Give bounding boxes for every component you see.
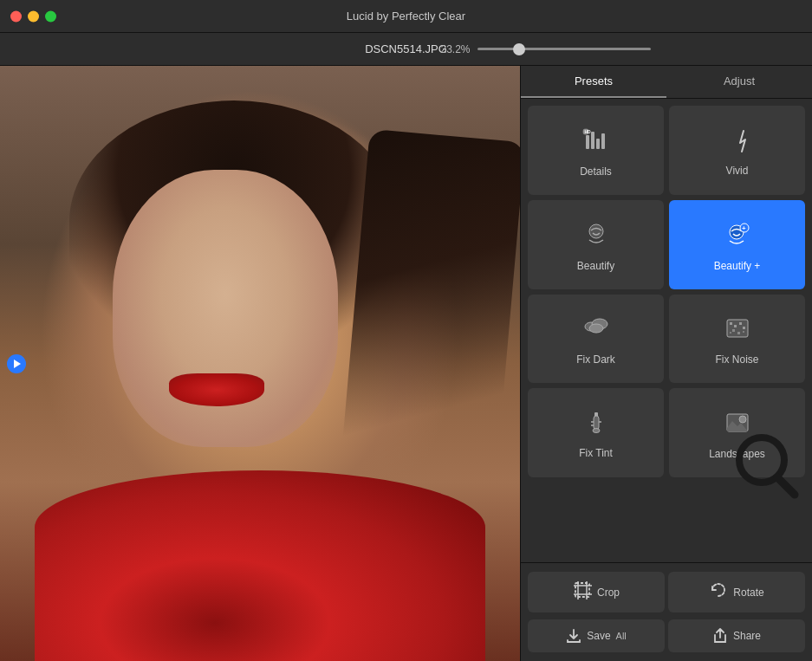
preset-beautify[interactable]: Beautify	[528, 200, 664, 289]
preset-fix-dark[interactable]: Fix Dark	[528, 295, 664, 384]
fix-noise-icon	[724, 314, 751, 347]
details-icon: HD	[582, 126, 610, 159]
fix-tint-icon	[583, 410, 609, 440]
hair-right	[341, 129, 520, 470]
details-label: Details	[580, 165, 612, 178]
svg-point-29	[739, 416, 746, 423]
preset-fix-noise[interactable]: Fix Noise	[669, 295, 805, 384]
fix-dark-icon	[582, 314, 610, 347]
share-button[interactable]: Share	[668, 619, 805, 652]
fix-noise-label: Fix Noise	[715, 353, 758, 366]
svg-rect-16	[739, 322, 742, 325]
main-layout: Presets Adjust HD	[0, 66, 812, 661]
traffic-lights	[10, 10, 56, 22]
photo-canvas	[0, 66, 520, 661]
beautify-plus-label: Beautify +	[714, 260, 761, 272]
zoom-percent: 23.2%	[441, 43, 471, 55]
tab-adjust[interactable]: Adjust	[666, 66, 812, 98]
zoom-slider[interactable]	[477, 48, 651, 50]
svg-rect-20	[730, 332, 731, 334]
maximize-button[interactable]	[45, 10, 56, 22]
save-label: Save	[587, 630, 610, 642]
app-title: Lucid by Perfectly Clear	[347, 10, 465, 23]
save-button[interactable]: Save All	[528, 619, 665, 652]
preset-beautify-plus[interactable]: + Beautify +	[669, 200, 805, 289]
landscapes-label: Landscapes	[709, 448, 765, 460]
title-bar: Lucid by Perfectly Clear	[0, 0, 812, 33]
svg-rect-14	[730, 322, 732, 325]
rotate-label: Rotate	[733, 586, 763, 599]
dress	[35, 470, 485, 661]
rotate-icon	[709, 580, 728, 604]
landscapes-icon	[724, 409, 751, 441]
tabs-container: Presets Adjust	[521, 66, 812, 99]
svg-rect-21	[743, 331, 744, 333]
fix-dark-label: Fix Dark	[576, 353, 615, 366]
svg-text:+: +	[742, 224, 746, 232]
crop-icon	[573, 580, 592, 604]
toolbar-row-1: Crop Rotate	[528, 572, 805, 612]
image-area	[0, 66, 520, 661]
zoom-control: 23.2%	[406, 43, 813, 55]
lips	[169, 373, 264, 406]
right-panel: Presets Adjust HD	[520, 66, 812, 661]
minimize-button[interactable]	[28, 10, 39, 22]
vivid-icon	[724, 127, 750, 158]
beautify-icon	[582, 221, 610, 253]
close-button[interactable]	[10, 10, 22, 22]
share-label: Share	[733, 630, 761, 642]
play-button[interactable]	[7, 354, 26, 373]
magnifier-area	[521, 484, 812, 562]
svg-text:HD: HD	[584, 128, 591, 133]
bottom-toolbar: Crop Rotate	[521, 562, 812, 661]
vivid-label: Vivid	[726, 165, 749, 177]
tab-presets[interactable]: Presets	[521, 66, 666, 98]
svg-point-6	[589, 224, 603, 238]
preset-vivid[interactable]: Vivid	[669, 106, 805, 195]
svg-rect-2	[596, 139, 600, 149]
svg-rect-1	[591, 132, 594, 149]
preset-landscapes[interactable]: Landscapes	[669, 388, 805, 477]
crop-label: Crop	[597, 586, 620, 599]
svg-rect-18	[732, 329, 735, 332]
svg-rect-15	[734, 325, 737, 327]
svg-rect-0	[586, 135, 589, 149]
crop-button[interactable]: Crop	[528, 572, 665, 612]
fix-tint-label: Fix Tint	[579, 447, 613, 459]
presets-grid: HD Details Vivid	[521, 99, 812, 484]
preset-details[interactable]: HD Details	[528, 106, 664, 195]
beautify-label: Beautify	[577, 260, 614, 272]
svg-point-27	[593, 429, 600, 433]
preset-fix-tint[interactable]: Fix Tint	[528, 388, 664, 477]
svg-rect-23	[594, 416, 599, 430]
svg-rect-17	[743, 327, 745, 329]
svg-point-12	[589, 324, 603, 333]
all-badge: All	[616, 631, 627, 641]
rotate-button[interactable]: Rotate	[668, 572, 805, 612]
filename-bar: DSCN5514.JPG 23.2%	[0, 33, 812, 66]
svg-rect-19	[737, 332, 740, 334]
svg-rect-3	[601, 133, 605, 149]
beautify-plus-icon: +	[724, 221, 751, 253]
save-row: Save All Share	[528, 619, 805, 652]
